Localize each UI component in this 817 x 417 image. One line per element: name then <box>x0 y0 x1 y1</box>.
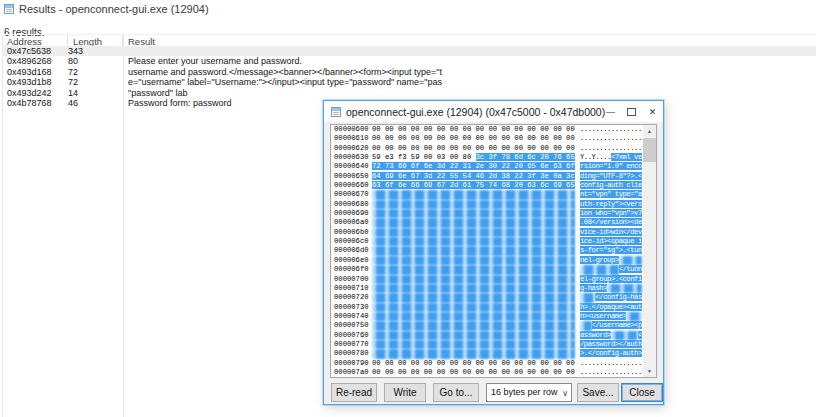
hex-offset: 00000730 <box>334 303 370 312</box>
hex-bytes <box>372 246 576 255</box>
hex-bytes: 00 00 00 00 00 00 00 00 00 00 00 00 00 0… <box>372 125 576 134</box>
hex-row[interactable]: 000007b000 00 00 00 00 00 00 00 00 00 00… <box>331 377 656 378</box>
maximize-icon[interactable] <box>621 101 642 122</box>
hex-row[interactable]: 000006f0</tunn <box>331 265 656 274</box>
hex-row[interactable]: 00000780>.</config-auth> <box>331 349 656 358</box>
hex-row[interactable]: 0000061000 00 00 00 00 00 00 00 00 00 00… <box>331 134 656 143</box>
hex-ascii: s-for="sg">.<tun <box>580 246 642 255</box>
write-button[interactable]: Write <box>384 383 426 402</box>
redacted-bytes <box>372 331 575 340</box>
hex-bytes <box>372 349 576 358</box>
hex-row[interactable]: 00000770/password></auth <box>331 340 656 349</box>
hex-row[interactable]: 00000670nt="vpn" type="a <box>331 190 656 199</box>
hex-row[interactable]: 0000079000 00 00 00 00 00 00 00 00 00 00… <box>331 359 656 368</box>
cell-address: 0x4b78768 <box>7 98 52 109</box>
hex-row[interactable]: 000006b0vice-id>win</dev <box>331 228 656 237</box>
hex-row[interactable]: 0000066063 6f 6e 66 69 67 2d 61 75 74 68… <box>331 181 656 190</box>
close-icon[interactable]: ✕ <box>642 101 663 122</box>
hex-row[interactable]: 000006e0nel-group> <box>331 256 656 265</box>
scrollbar[interactable]: ▲ ▼ <box>643 125 656 377</box>
scroll-up-icon[interactable]: ▲ <box>643 125 656 137</box>
hex-ascii: >.</config-auth> <box>580 349 642 358</box>
table-row[interactable]: 0x47c5638343 <box>2 46 816 56</box>
hex-row[interactable]: 00000700el-group>.<confi <box>331 275 656 284</box>
cell-result: e="username" label="Username:"></input><… <box>128 77 812 88</box>
hex-bytes: 00 00 00 00 00 00 00 00 00 00 00 00 00 0… <box>372 359 576 368</box>
hex-bytes <box>372 331 576 340</box>
cell-address: 0x4896268 <box>7 56 52 67</box>
hex-row[interactable]: 00000750</username><p <box>331 321 656 330</box>
hex-bytes <box>372 237 576 246</box>
hex-bytes <box>372 228 576 237</box>
hex-offset: 00000760 <box>334 331 370 340</box>
hex-ascii: h>.</opaque><aut <box>580 303 642 312</box>
hex-bytes: 72 73 69 6f 6e 3d 22 31 2e 30 22 20 65 6… <box>372 162 576 171</box>
scrollbar-thumb[interactable] <box>643 138 656 162</box>
table-row[interactable]: 0x493d16872username and password.</messa… <box>2 67 816 77</box>
hex-offset: 00000750 <box>334 321 370 330</box>
save-button[interactable]: Save... <box>577 383 619 402</box>
redacted-bytes <box>372 256 575 265</box>
hex-bytes <box>372 312 576 321</box>
redacted-bytes <box>626 312 641 321</box>
hex-bytes: 00 00 00 00 00 00 00 00 00 00 00 00 00 0… <box>372 377 576 378</box>
hex-offset: 000006f0 <box>334 265 370 274</box>
bytes-per-row-select[interactable]: 16 bytes per row ∨ <box>486 383 572 402</box>
hex-row[interactable]: 00000710g-hash> <box>331 284 656 293</box>
hex-offset: 00000790 <box>334 359 370 368</box>
redacted-bytes <box>372 237 575 246</box>
redacted-bytes <box>580 321 592 330</box>
hex-viewer[interactable]: 0000060000 00 00 00 00 00 00 00 00 00 00… <box>330 124 657 378</box>
cell-length: 72 <box>68 67 78 78</box>
hex-offset: 00000690 <box>334 209 370 218</box>
close-button[interactable]: Close <box>621 383 663 402</box>
hex-row[interactable]: 0000063059 e3 f3 59 00 03 00 80 3c 3f 78… <box>331 153 656 162</box>
hex-row[interactable]: 0000065064 69 6e 67 3d 22 55 54 46 2d 38… <box>331 172 656 181</box>
hex-offset: 000006a0 <box>334 218 370 227</box>
hex-offset: 00000620 <box>334 144 370 153</box>
hex-offset: 00000640 <box>334 162 370 171</box>
hex-bytes: 00 00 00 00 00 00 00 00 00 00 00 00 00 0… <box>372 144 576 153</box>
hex-row[interactable]: 0000060000 00 00 00 00 00 00 00 00 00 00… <box>331 125 656 134</box>
hex-row[interactable]: 000007a000 00 00 00 00 00 00 00 00 00 00… <box>331 368 656 377</box>
table-row[interactable]: 0x489626880Please enter your username an… <box>2 56 816 66</box>
hex-bytes: 59 e3 f3 59 00 03 00 80 3c 3f 78 6d 6c 2… <box>372 153 576 162</box>
hex-row[interactable]: 00000720</config-has <box>331 293 656 302</box>
goto-button[interactable]: Go to... <box>433 383 479 402</box>
dialog-title: openconnect-gui.exe (12904) (0x47c5000 -… <box>346 106 605 118</box>
hex-bytes <box>372 275 576 284</box>
hex-bytes: 00 00 00 00 00 00 00 00 00 00 00 00 00 0… <box>372 368 576 377</box>
hex-ascii: ................ <box>580 377 642 378</box>
minimize-icon[interactable]: — <box>600 101 621 122</box>
hex-row[interactable]: 0000062000 00 00 00 00 00 00 00 00 00 00… <box>331 144 656 153</box>
reread-button[interactable]: Re-read <box>331 383 377 402</box>
hex-offset: 00000610 <box>334 134 370 143</box>
hex-row[interactable]: 000006d0s-for="sg">.<tun <box>331 246 656 255</box>
redacted-bytes <box>372 321 575 330</box>
hex-row[interactable]: 00000680uth-reply"><vers <box>331 200 656 209</box>
table-row[interactable]: 0x493d1b872e="username" label="Username:… <box>2 77 816 87</box>
hex-row[interactable]: 00000690ion who="vpn">v7 <box>331 209 656 218</box>
table-row[interactable]: 0x493d24214"password" lab <box>2 88 816 98</box>
scroll-down-icon[interactable]: ▼ <box>643 365 656 377</box>
hex-ascii: Y..Y....<?xml ve <box>580 153 642 162</box>
hex-bytes: 63 6f 6e 66 69 67 2d 61 75 74 68 20 63 6… <box>372 181 576 190</box>
hex-ascii: ion who="vpn">v7 <box>580 209 642 218</box>
hex-row[interactable]: 00000740h><username> <box>331 312 656 321</box>
redacted-bytes <box>372 349 575 358</box>
hex-offset: 000006d0 <box>334 246 370 255</box>
hex-row[interactable]: 00000760assword>< <box>331 331 656 340</box>
hex-row[interactable]: 0000064072 73 69 6f 6e 3d 22 31 2e 30 22… <box>331 162 656 171</box>
hex-row[interactable]: 000006a0.08</version><de <box>331 218 656 227</box>
hex-offset: 00000770 <box>334 340 370 349</box>
redacted-bytes <box>580 293 595 302</box>
hex-row[interactable]: 000006c0ice-id><opaque i <box>331 237 656 246</box>
hex-offset: 00000600 <box>334 125 370 134</box>
hex-ascii: uth-reply"><vers <box>580 200 642 209</box>
hex-bytes <box>372 293 576 302</box>
hex-row[interactable]: 00000730h>.</opaque><aut <box>331 303 656 312</box>
memory-editor-dialog: openconnect-gui.exe (12904) (0x47c5000 -… <box>323 100 664 405</box>
redacted-bytes <box>372 312 575 321</box>
redacted-bytes <box>607 284 642 293</box>
redacted-bytes <box>372 228 575 237</box>
